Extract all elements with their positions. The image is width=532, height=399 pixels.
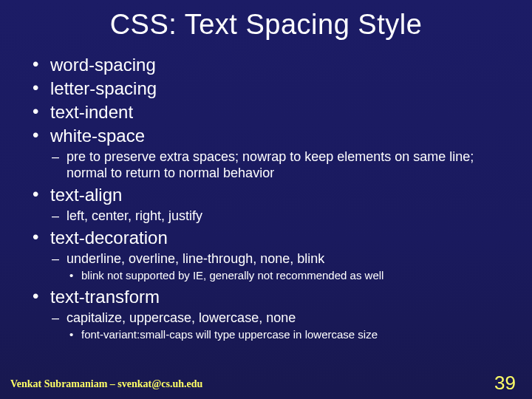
list-item: word-spacing bbox=[30, 54, 502, 76]
bullet-text: font-variant:small-caps will type upperc… bbox=[81, 328, 378, 341]
list-item: white-space pre to preserve extra spaces… bbox=[30, 125, 502, 181]
slide-title: CSS: Text Spacing Style bbox=[30, 9, 502, 41]
sub-list: pre to preserve extra spaces; nowrap to … bbox=[50, 149, 502, 181]
list-item: letter-spacing bbox=[30, 78, 502, 100]
list-item: blink not supported by IE, generally not… bbox=[66, 268, 502, 283]
bullet-text: underline, overline, line-through, none,… bbox=[66, 251, 324, 266]
sub-list: underline, overline, line-through, none,… bbox=[50, 250, 502, 283]
list-item: capitalize, uppercase, lowercase, none f… bbox=[50, 310, 502, 342]
bullet-text: pre to preserve extra spaces; nowrap to … bbox=[66, 149, 474, 180]
sub-sub-list: blink not supported by IE, generally not… bbox=[66, 268, 502, 283]
list-item: text-indent bbox=[30, 101, 502, 123]
bullet-text: white-space bbox=[50, 126, 145, 146]
list-item: text-align left, center, right, justify bbox=[30, 184, 502, 224]
bullet-text: text-decoration bbox=[50, 228, 168, 248]
list-item: underline, overline, line-through, none,… bbox=[50, 250, 502, 283]
slide: CSS: Text Spacing Style word-spacing let… bbox=[0, 0, 532, 399]
bullet-text: blink not supported by IE, generally not… bbox=[81, 269, 383, 282]
bullet-text: letter-spacing bbox=[50, 78, 157, 98]
bullet-text: text-align bbox=[50, 185, 122, 205]
bullet-text: capitalize, uppercase, lowercase, none bbox=[66, 310, 296, 325]
list-item: font-variant:small-caps will type upperc… bbox=[66, 327, 502, 342]
sub-list: left, center, right, justify bbox=[50, 208, 502, 224]
bullet-text: text-transform bbox=[50, 287, 160, 307]
list-item: left, center, right, justify bbox=[50, 208, 502, 224]
list-item: pre to preserve extra spaces; nowrap to … bbox=[50, 149, 502, 181]
bullet-text: word-spacing bbox=[50, 55, 156, 75]
list-item: text-decoration underline, overline, lin… bbox=[30, 227, 502, 283]
list-item: text-transform capitalize, uppercase, lo… bbox=[30, 286, 502, 342]
bullet-text: text-indent bbox=[50, 102, 133, 122]
footer-author: Venkat Subramaniam – svenkat@cs.uh.edu bbox=[10, 378, 202, 390]
sub-sub-list: font-variant:small-caps will type upperc… bbox=[66, 327, 502, 342]
sub-list: capitalize, uppercase, lowercase, none f… bbox=[50, 310, 502, 342]
bullet-text: left, center, right, justify bbox=[66, 208, 202, 223]
bullet-list: word-spacing letter-spacing text-indent … bbox=[30, 54, 502, 342]
page-number: 39 bbox=[494, 372, 516, 395]
